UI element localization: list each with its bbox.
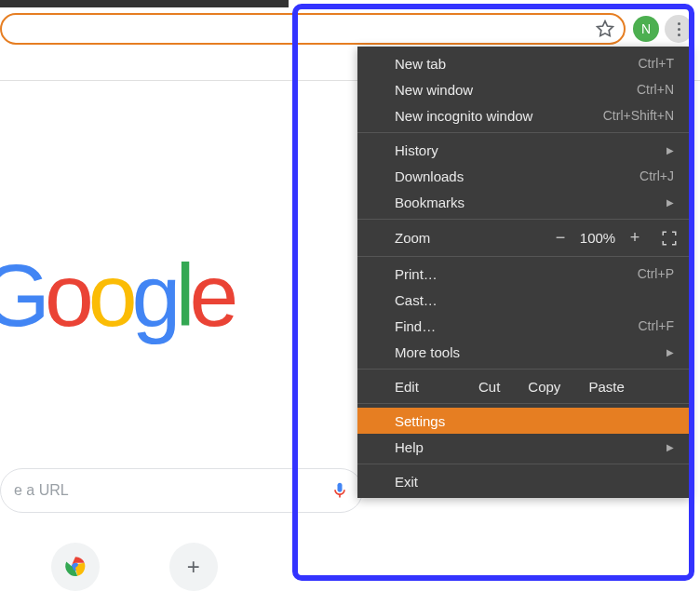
menu-item-new-window[interactable]: New window Ctrl+N (357, 76, 691, 102)
edit-copy-button[interactable]: Copy (528, 379, 560, 395)
menu-shortcut: Ctrl+Shift+N (603, 108, 674, 123)
menu-item-downloads[interactable]: Downloads Ctrl+J (357, 163, 691, 189)
menu-label: Downloads (395, 168, 639, 184)
menu-edit-row: Edit Cut Copy Paste (357, 373, 691, 399)
menu-label: Exit (395, 474, 674, 490)
shortcut-add[interactable]: + Add shortcut (159, 543, 227, 605)
profile-avatar[interactable]: N (633, 16, 659, 42)
edit-paste-button[interactable]: Paste (588, 379, 624, 395)
zoom-out-button[interactable]: − (547, 228, 573, 248)
menu-label: Cast… (395, 292, 674, 308)
microphone-icon[interactable] (330, 481, 349, 500)
main-menu-dropdown: New tab Ctrl+T New window Ctrl+N New inc… (357, 47, 691, 498)
zoom-value: 100% (573, 230, 622, 246)
shortcut-web-store[interactable]: Web Store (47, 543, 103, 605)
menu-shortcut: Ctrl+P (638, 266, 674, 281)
search-placeholder: e a URL (14, 482, 69, 499)
menu-item-find[interactable]: Find… Ctrl+F (357, 313, 691, 339)
menu-label: History (395, 142, 657, 158)
menu-shortcut: Ctrl+J (639, 168, 674, 183)
menu-shortcut: Ctrl+T (639, 56, 675, 71)
zoom-label: Zoom (395, 230, 547, 246)
google-logo: Google (0, 245, 233, 346)
menu-item-settings[interactable]: Settings (357, 408, 691, 434)
chrome-store-icon (51, 543, 100, 591)
zoom-in-button[interactable]: + (622, 228, 648, 248)
menu-label: Settings (395, 413, 674, 429)
plus-icon: + (169, 543, 218, 591)
search-box[interactable]: e a URL (0, 468, 363, 513)
menu-label: New incognito window (395, 108, 603, 124)
main-menu-button[interactable] (665, 15, 693, 43)
menu-shortcut: Ctrl+N (637, 82, 674, 97)
svg-marker-0 (598, 21, 613, 36)
bookmark-star-icon[interactable] (596, 20, 614, 38)
menu-label: Bookmarks (395, 195, 657, 210)
menu-label: Help (395, 439, 657, 455)
menu-item-more-tools[interactable]: More tools ▶ (357, 339, 691, 365)
menu-label: Print… (395, 266, 638, 282)
menu-item-print[interactable]: Print… Ctrl+P (357, 261, 691, 287)
menu-zoom-row: Zoom − 100% + (357, 223, 691, 252)
menu-label: New tab (395, 56, 639, 72)
menu-label: More tools (395, 344, 657, 360)
edit-label: Edit (395, 379, 451, 395)
chevron-right-icon: ▶ (666, 145, 674, 155)
menu-item-cast[interactable]: Cast… (357, 287, 691, 313)
menu-item-new-incognito[interactable]: New incognito window Ctrl+Shift+N (357, 102, 691, 128)
kebab-icon (678, 22, 680, 36)
fullscreen-icon[interactable] (661, 230, 678, 247)
menu-label: Find… (395, 318, 639, 334)
chevron-right-icon: ▶ (666, 442, 674, 452)
menu-item-bookmarks[interactable]: Bookmarks ▶ (357, 189, 691, 215)
menu-item-help[interactable]: Help ▶ (357, 434, 691, 460)
menu-item-history[interactable]: History ▶ (357, 137, 691, 163)
chevron-right-icon: ▶ (666, 197, 674, 208)
address-bar[interactable] (0, 13, 626, 45)
menu-shortcut: Ctrl+F (639, 318, 675, 333)
tab-strip (0, 0, 289, 7)
menu-item-exit[interactable]: Exit (357, 468, 691, 494)
edit-cut-button[interactable]: Cut (478, 379, 500, 395)
menu-item-new-tab[interactable]: New tab Ctrl+T (357, 50, 691, 76)
menu-label: New window (395, 82, 637, 98)
chevron-right-icon: ▶ (666, 347, 674, 357)
